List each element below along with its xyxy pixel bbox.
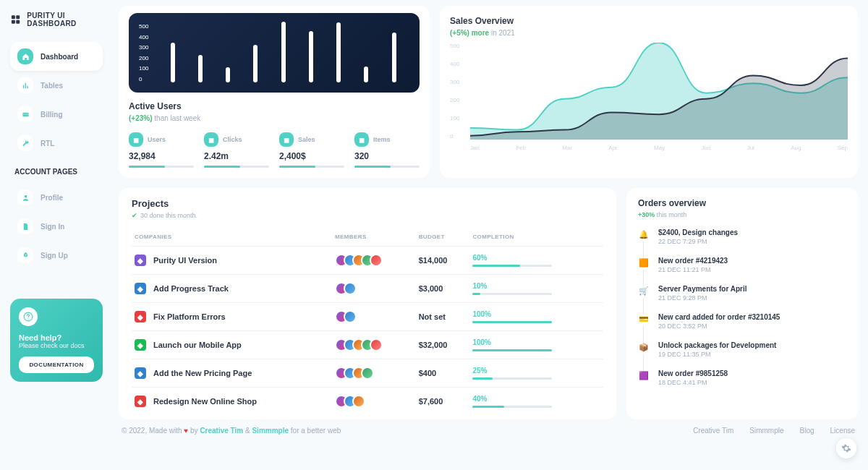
active-users-subtitle: (+23%) than last week [129, 114, 420, 122]
timeline-item: 🟪New order #985125818 DEC 4:41 PM [638, 369, 846, 398]
stat-clicks: ◼Clicks2.42m [204, 132, 269, 168]
sales-subtitle: (+5%) more in 2021 [450, 29, 848, 37]
bars-icon [17, 77, 33, 93]
nav-item-rtl[interactable]: RTL [10, 129, 103, 158]
svg-rect-1 [16, 15, 20, 19]
documentation-button[interactable]: DOCUMENTATION [19, 356, 94, 373]
members [335, 395, 413, 408]
members [335, 310, 413, 323]
nav-label: Sign In [41, 223, 64, 231]
footer: © 2022, Made with ♥ by Creative Tim & Si… [119, 419, 858, 439]
completion: 100% [472, 338, 600, 351]
timeline-item: 🟧New order #421942321 DEC 11:21 PM [638, 257, 846, 285]
brand-label: PURITY UI DASHBOARD [27, 12, 103, 27]
help-icon [19, 307, 38, 326]
table-row[interactable]: ◆Add the New Pricing Page$40025% [132, 359, 603, 388]
col-companies: COMPANIES [132, 228, 332, 247]
projects-table: COMPANIESMEMBERSBUDGETCOMPLETION ◆Purity… [132, 228, 603, 415]
orders-timeline: 🔔$2400, Design changes22 DEC 7:29 PM🟧New… [638, 228, 846, 398]
company-icon: ◆ [135, 339, 146, 351]
table-row[interactable]: ◆Launch our Mobile App$32,000100% [132, 331, 603, 359]
footer-link-license[interactable]: License [830, 427, 855, 435]
bar-chart-bars [156, 20, 411, 85]
table-row[interactable]: ◆Redesign New Online Shop$7,60040% [132, 388, 603, 416]
footer-link-blog[interactable]: Blog [800, 427, 814, 435]
svg-point-9 [24, 195, 27, 197]
main: 5004003002001000 Active Users (+23%) tha… [113, 0, 868, 470]
bar [171, 43, 175, 82]
orders-title: Orders overview [638, 198, 846, 208]
members [335, 338, 413, 351]
avatar [344, 310, 357, 323]
sidebar: PURITY UI DASHBOARD DashboardTablesBilli… [0, 0, 113, 470]
footer-link-simmmple[interactable]: Simmmple [749, 427, 783, 435]
nav-item-sign-up[interactable]: Sign Up [10, 241, 103, 270]
stat-icon: ◼ [279, 132, 294, 147]
svg-rect-8 [22, 114, 28, 114]
svg-rect-4 [22, 85, 23, 88]
nav-label: Profile [41, 194, 63, 202]
budget: $400 [416, 359, 470, 388]
timeline-item: 🛒Server Payments for April21 DEC 9:28 PM [638, 285, 846, 313]
help-sub: Please check our docs [19, 342, 94, 349]
nav-item-sign-in[interactable]: Sign In [10, 212, 103, 241]
footer-link-creative-tim[interactable]: Creative Tim [693, 427, 733, 435]
table-row[interactable]: ◆Fix Platform ErrorsNot set100% [132, 303, 603, 331]
projects-subtitle: ✔ 30 done this month. [132, 212, 603, 219]
nav-item-dashboard[interactable]: Dashboard [10, 42, 103, 71]
nav-item-profile[interactable]: Profile [10, 183, 103, 212]
svg-point-11 [27, 318, 28, 319]
budget: $14,000 [416, 247, 470, 275]
timeline-item: 💳New card added for order #321014520 DEC… [638, 313, 846, 341]
members [335, 254, 413, 267]
company-icon: ◆ [135, 367, 146, 379]
budget: Not set [416, 303, 470, 331]
projects-card: Projects ✔ 30 done this month. COMPANIES… [119, 188, 616, 419]
budget: $7,600 [416, 388, 470, 416]
footer-link-simmmple[interactable]: Simmmple [252, 427, 289, 435]
completion: 100% [472, 310, 600, 323]
footer-link-creative-tim[interactable]: Creative Tim [200, 427, 243, 435]
help-card: Need help? Please check our docs DOCUMEN… [10, 299, 103, 382]
nav-label: Sign Up [41, 252, 68, 260]
bar [364, 67, 368, 82]
company-icon: ◆ [135, 255, 146, 266]
budget: $32,000 [416, 331, 470, 359]
timeline-icon: 🔔 [638, 228, 650, 240]
nav-label: Billing [41, 111, 63, 119]
bar-chart-yticks: 5004003002001000 [137, 20, 150, 85]
stat-users: ◼Users32,984 [129, 132, 194, 168]
timeline-icon: 🛒 [638, 285, 650, 296]
footer-left: © 2022, Made with ♥ by Creative Tim & Si… [122, 427, 341, 435]
avatar [344, 282, 357, 295]
timeline-item: 🔔$2400, Design changes22 DEC 7:29 PM [638, 228, 846, 257]
sales-title: Sales Overview [450, 16, 848, 26]
sales-overview-card: Sales Overview (+5%) more in 2021 500400… [440, 6, 858, 178]
completion: 60% [472, 254, 600, 267]
table-row[interactable]: ◆Purity UI Version$14,00060% [132, 247, 603, 275]
timeline-item: 📦Unlock packages for Development19 DEC 1… [638, 341, 846, 369]
wrench-icon [17, 135, 33, 151]
timeline-icon: 📦 [638, 341, 650, 353]
col-budget: BUDGET [416, 228, 470, 247]
doc-icon [17, 218, 33, 234]
bar [253, 45, 258, 82]
bar-chart: 5004003002001000 [129, 13, 420, 93]
col-completion: COMPLETION [469, 228, 603, 247]
bar [198, 55, 203, 82]
settings-fab[interactable] [836, 438, 856, 458]
nav-item-billing[interactable]: Billing [10, 100, 103, 129]
col-members: MEMBERS [332, 228, 416, 247]
completion: 40% [472, 395, 600, 408]
active-users-card: 5004003002001000 Active Users (+23%) tha… [119, 6, 430, 178]
brand-icon [10, 13, 21, 26]
table-row[interactable]: ◆Add Progress Track$3,00010% [132, 275, 603, 303]
nav-item-tables[interactable]: Tables [10, 71, 103, 100]
heart-icon: ♥ [184, 427, 188, 435]
stat-items: ◼Items320 [354, 132, 420, 168]
avatar [352, 395, 365, 408]
company-icon: ◆ [135, 311, 146, 322]
svg-rect-0 [12, 15, 15, 19]
completion: 25% [472, 367, 600, 380]
budget: $3,000 [416, 275, 470, 303]
